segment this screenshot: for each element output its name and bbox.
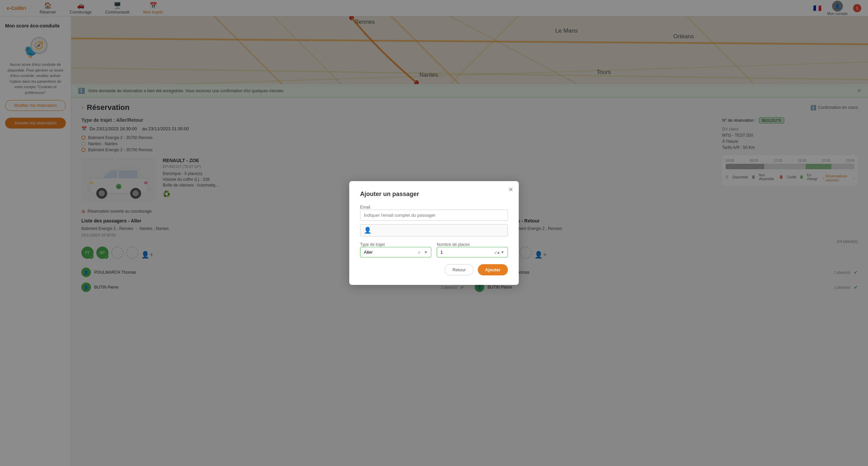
type-trajet-wrapper: Aller Retour Aller/Retour ✓ ▼ [360, 247, 431, 257]
retour-button[interactable]: Retour [445, 264, 473, 275]
type-trajet-field: Type de trajet Aller Retour Aller/Retour… [360, 242, 431, 257]
modal-row: Type de trajet Aller Retour Aller/Retour… [360, 242, 508, 257]
email-label: Email [360, 205, 370, 210]
modal-buttons: Retour Ajouter [360, 264, 508, 275]
nb-places-field: Nombre de places 1 2 3 ✓ ▲▼ [437, 242, 508, 257]
modal-overlay[interactable]: Ajouter un passager ✕ Email 👤 Type de tr… [0, 0, 868, 466]
nb-places-label: Nombre de places [437, 242, 470, 247]
user-icon: 👤 [364, 227, 371, 234]
email-input[interactable] [360, 210, 508, 221]
select-check-icon: ✓ [417, 250, 421, 255]
modal-box: Ajouter un passager ✕ Email 👤 Type de tr… [349, 181, 519, 285]
modal-title: Ajouter un passager [360, 191, 508, 198]
nb-places-wrapper: 1 2 3 ✓ ▲▼ [437, 247, 508, 257]
type-trajet-label: Type de trajet [360, 242, 385, 247]
ajouter-button[interactable]: Ajouter [478, 264, 508, 275]
user-icon-field: 👤 [360, 224, 508, 236]
nb-select-check-icon: ✓ [494, 250, 498, 255]
modal-close-button[interactable]: ✕ [508, 186, 513, 193]
